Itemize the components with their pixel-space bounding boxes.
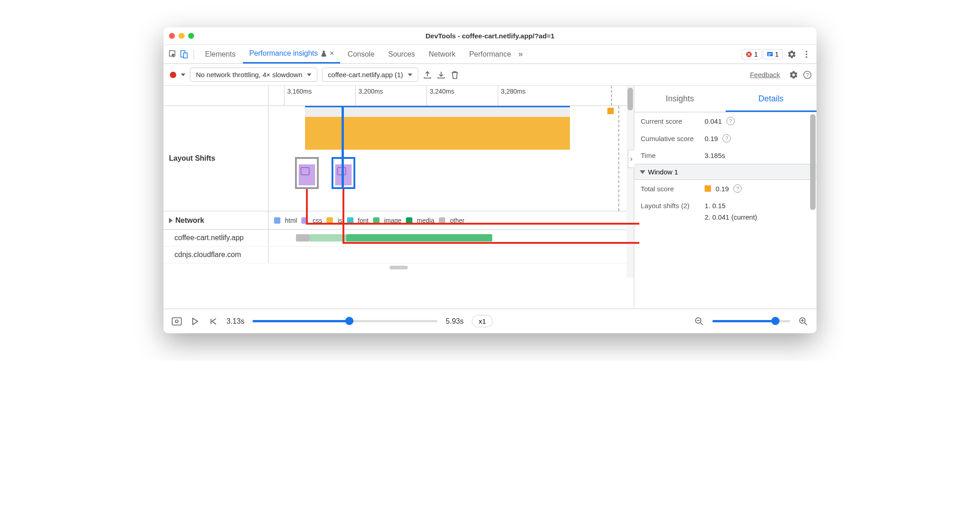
collapse-icon xyxy=(640,170,645,174)
js-bar[interactable] xyxy=(305,117,570,150)
svg-rect-5 xyxy=(768,53,772,54)
network-row: coffee-cart.netlify.app xyxy=(163,230,634,247)
playback-speed[interactable]: x1 xyxy=(472,315,493,327)
cls-marker-line xyxy=(342,106,344,188)
errors-badge[interactable]: 1 xyxy=(742,49,762,59)
close-tab-icon[interactable]: × xyxy=(330,49,334,58)
window-title: DevTools - coffee-cart.netlify.app/?ad=1 xyxy=(163,32,817,40)
annotation-line xyxy=(306,189,308,225)
side-scrollbar[interactable] xyxy=(810,114,816,210)
panel-tabs: Elements Performance insights × Console … xyxy=(163,45,817,64)
playback-slider[interactable] xyxy=(253,320,437,322)
tab-insights[interactable]: Insights xyxy=(634,86,726,112)
help-icon[interactable]: ? xyxy=(727,117,735,125)
zoom-out-icon[interactable] xyxy=(694,316,704,326)
panel-settings-icon[interactable] xyxy=(789,70,798,79)
track-label-network[interactable]: Network xyxy=(163,211,269,229)
target-value: coffee-cart.netlify.app (1) xyxy=(328,71,403,79)
tab-performance-insights[interactable]: Performance insights × xyxy=(243,45,341,63)
time-value: 3.185s xyxy=(705,152,725,159)
insights-toolbar: No network throttling, 4× slowdown coffe… xyxy=(163,64,817,86)
svg-line-16 xyxy=(701,323,703,325)
tick: 3,160ms xyxy=(284,86,315,105)
target-select[interactable]: coffee-cart.netlify.app (1) xyxy=(322,68,418,82)
annotation-line xyxy=(306,223,639,225)
playback-end-time: 5.93s xyxy=(446,317,464,326)
annotation-line xyxy=(342,189,344,244)
chevron-down-icon xyxy=(408,74,412,76)
layout-shift-thumbnail[interactable] xyxy=(295,157,319,189)
tick: 3,240ms xyxy=(427,86,457,105)
zoom-in-icon[interactable] xyxy=(798,316,808,326)
network-origin[interactable]: cdnjs.cloudflare.com xyxy=(163,247,269,263)
tab-sources[interactable]: Sources xyxy=(382,45,422,63)
playback-start-time: 3.13s xyxy=(227,317,244,326)
svg-line-20 xyxy=(805,323,807,325)
titlebar: DevTools - coffee-cart.netlify.app/?ad=1 xyxy=(163,27,817,45)
issues-badge[interactable]: 1 xyxy=(763,49,783,59)
current-score-value: 0.041 xyxy=(705,117,722,125)
request-bar[interactable] xyxy=(296,234,310,242)
device-toolbar-icon[interactable] xyxy=(179,49,189,59)
tab-label: Performance insights xyxy=(249,49,318,58)
rewind-button[interactable] xyxy=(208,316,218,326)
playback-bar: 3.13s 5.93s x1 xyxy=(163,309,817,333)
throttling-value: No network throttling, 4× slowdown xyxy=(196,71,302,79)
tick: 3,200ms xyxy=(355,86,386,105)
layout-shift-item[interactable]: 1. 0.15 xyxy=(705,202,757,210)
track-label-layout-shifts: Layout Shifts xyxy=(163,106,269,211)
score-swatch xyxy=(705,185,711,192)
more-tabs-icon[interactable]: » xyxy=(518,49,523,59)
detail-current-score: Current score 0.041 ? xyxy=(634,112,817,130)
issue-icon xyxy=(767,51,773,58)
tab-elements[interactable]: Elements xyxy=(199,45,242,63)
detail-cumulative-score: Cumulative score 0.19 ? xyxy=(634,130,817,147)
request-bar[interactable] xyxy=(346,234,492,242)
detail-total-score: Total score 0.19 ? xyxy=(634,180,817,197)
network-row: cdnjs.cloudflare.com xyxy=(163,247,634,263)
vertical-scrollbar[interactable] xyxy=(627,86,634,278)
network-track-header: Network html css js font image media oth… xyxy=(163,211,634,230)
record-dropdown-icon[interactable] xyxy=(181,74,185,76)
svg-rect-12 xyxy=(172,318,181,325)
window-section-header[interactable]: Window 1 xyxy=(634,164,817,180)
detail-layout-shifts: Layout shifts (2) 1. 0.15 2. 0.041 (curr… xyxy=(634,197,817,226)
help-icon[interactable]: ? xyxy=(733,184,742,193)
import-icon[interactable] xyxy=(437,70,446,79)
record-button[interactable] xyxy=(170,72,176,78)
panel-collapse-button[interactable] xyxy=(628,150,634,168)
time-ruler[interactable]: 3,160ms 3,200ms 3,240ms 3,280ms xyxy=(163,86,634,106)
preview-icon[interactable] xyxy=(172,316,182,326)
tab-console[interactable]: Console xyxy=(341,45,381,63)
main-content: 3,160ms 3,200ms 3,240ms 3,280ms Layout S… xyxy=(163,86,817,309)
svg-rect-2 xyxy=(184,53,187,58)
play-button[interactable] xyxy=(190,316,200,326)
layout-shift-item[interactable]: 2. 0.041 (current) xyxy=(705,213,757,221)
flask-icon xyxy=(321,50,327,57)
timeline-panel[interactable]: 3,160ms 3,200ms 3,240ms 3,280ms Layout S… xyxy=(163,86,634,309)
network-origin[interactable]: coffee-cart.netlify.app xyxy=(163,230,269,246)
throttling-select[interactable]: No network throttling, 4× slowdown xyxy=(190,68,317,82)
swatch-html xyxy=(274,217,280,224)
request-bar[interactable] xyxy=(310,234,346,242)
tab-network[interactable]: Network xyxy=(422,45,462,63)
error-icon xyxy=(746,51,752,58)
annotation-line xyxy=(342,242,639,244)
tab-details[interactable]: Details xyxy=(726,86,817,112)
expand-icon xyxy=(169,218,173,223)
tab-performance[interactable]: Performance xyxy=(463,45,517,63)
export-icon[interactable] xyxy=(423,70,432,79)
help-icon[interactable]: ? xyxy=(803,70,812,79)
more-options-icon[interactable] xyxy=(803,50,810,59)
network-legend: html css js font image media other xyxy=(269,211,634,229)
inspect-icon[interactable] xyxy=(168,49,178,59)
layout-shifts-track: Layout Shifts xyxy=(163,106,634,211)
zoom-slider[interactable] xyxy=(712,320,790,322)
horizontal-scrollbar[interactable] xyxy=(163,263,634,271)
delete-icon[interactable] xyxy=(450,70,459,79)
feedback-link[interactable]: Feedback xyxy=(750,71,780,79)
settings-icon[interactable] xyxy=(787,50,796,59)
svg-point-13 xyxy=(175,320,178,323)
help-icon[interactable]: ? xyxy=(722,134,731,142)
svg-point-9 xyxy=(806,56,807,58)
